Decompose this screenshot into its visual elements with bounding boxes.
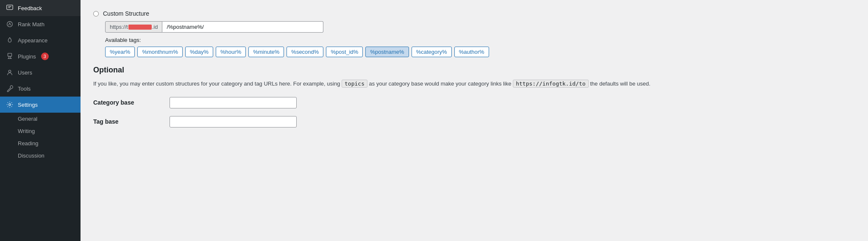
svg-point-3 bbox=[7, 22, 13, 27]
tag-year[interactable]: %year% bbox=[105, 47, 135, 57]
optional-code-example: topics bbox=[342, 80, 367, 88]
settings-icon bbox=[6, 101, 14, 108]
tag-base-input[interactable] bbox=[170, 116, 297, 127]
tag-hour[interactable]: %hour% bbox=[216, 47, 246, 57]
sidebar-item-plugins[interactable]: Plugins 3 bbox=[0, 48, 81, 64]
tools-icon bbox=[6, 85, 14, 92]
tag-minute[interactable]: %minute% bbox=[248, 47, 284, 57]
svg-point-6 bbox=[9, 104, 11, 106]
sidebar-item-label: Plugins bbox=[18, 53, 36, 60]
sidebar-item-rank-math[interactable]: Rank Math bbox=[0, 16, 81, 32]
optional-desc-post: the defaults will be used. bbox=[590, 80, 650, 87]
submenu-item-general[interactable]: General bbox=[0, 113, 81, 125]
custom-structure-input[interactable] bbox=[162, 21, 323, 33]
category-base-input[interactable] bbox=[170, 97, 297, 108]
sidebar-item-settings[interactable]: Settings bbox=[0, 97, 81, 113]
category-base-row: Category base bbox=[93, 97, 855, 108]
submenu-item-writing[interactable]: Writing bbox=[0, 125, 81, 137]
sidebar-item-label: Rank Math bbox=[18, 21, 45, 28]
tag-base-row: Tag base bbox=[93, 116, 855, 127]
sidebar-item-appearance[interactable]: Appearance bbox=[0, 32, 81, 48]
sidebar-item-label: Users bbox=[18, 69, 32, 76]
plugins-icon bbox=[6, 53, 14, 60]
sidebar-item-feedback[interactable]: Feedback bbox=[0, 0, 81, 16]
users-icon bbox=[6, 69, 14, 76]
sidebar-item-label: Feedback bbox=[18, 5, 42, 11]
tag-author[interactable]: %author% bbox=[454, 47, 489, 57]
redacted-text bbox=[128, 25, 152, 30]
sidebar-item-users[interactable]: Users bbox=[0, 64, 81, 80]
sidebar-item-label: Tools bbox=[18, 86, 31, 92]
sidebar-item-label: Settings bbox=[18, 102, 38, 108]
optional-heading: Optional bbox=[93, 66, 855, 75]
optional-desc-mid: as your category base would make your ca… bbox=[369, 80, 512, 87]
tag-category[interactable]: %category% bbox=[412, 47, 452, 57]
sidebar-item-tools[interactable]: Tools bbox=[0, 80, 81, 97]
tag-monthnum[interactable]: %monthnum% bbox=[137, 47, 183, 57]
sidebar-item-label: Appearance bbox=[18, 37, 47, 44]
optional-desc-pre: If you like, you may enter custom struct… bbox=[93, 80, 340, 87]
optional-description: If you like, you may enter custom struct… bbox=[93, 80, 855, 89]
custom-structure-label: Custom Structure bbox=[103, 10, 149, 17]
available-tags-label: Available tags: bbox=[105, 37, 855, 43]
feedback-icon bbox=[6, 4, 14, 12]
tag-second[interactable]: %second% bbox=[287, 47, 323, 57]
optional-section: Optional If you like, you may enter cust… bbox=[93, 66, 855, 127]
custom-structure-row: Custom Structure bbox=[93, 10, 855, 17]
svg-rect-0 bbox=[7, 5, 13, 10]
tag-day[interactable]: %day% bbox=[185, 47, 213, 57]
custom-structure-radio[interactable] bbox=[93, 11, 99, 17]
tags-row: %year% %monthnum% %day% %hour% %minute% … bbox=[105, 47, 855, 57]
tag-base-label: Tag base bbox=[93, 118, 161, 125]
svg-rect-4 bbox=[8, 53, 12, 56]
optional-url-example: https://infogtk.id/to bbox=[513, 80, 588, 88]
tag-post-id[interactable]: %post_id% bbox=[326, 47, 363, 57]
rank-math-icon bbox=[6, 20, 14, 28]
plugins-badge: 3 bbox=[41, 53, 49, 60]
submenu-item-discussion[interactable]: Discussion bbox=[0, 150, 81, 162]
url-row: https://t.id bbox=[105, 21, 855, 33]
main-content: Custom Structure https://t.id Available … bbox=[81, 0, 868, 241]
category-base-label: Category base bbox=[93, 99, 161, 106]
tag-postname[interactable]: %postname% bbox=[365, 47, 409, 57]
url-prefix: https://t.id bbox=[105, 21, 162, 33]
appearance-icon bbox=[6, 36, 14, 44]
sidebar: Feedback Rank Math Appearance Plugins 3 … bbox=[0, 0, 81, 241]
submenu-item-reading[interactable]: Reading bbox=[0, 137, 81, 150]
svg-point-5 bbox=[8, 70, 11, 72]
custom-structure-section: Custom Structure https://t.id Available … bbox=[93, 10, 855, 57]
